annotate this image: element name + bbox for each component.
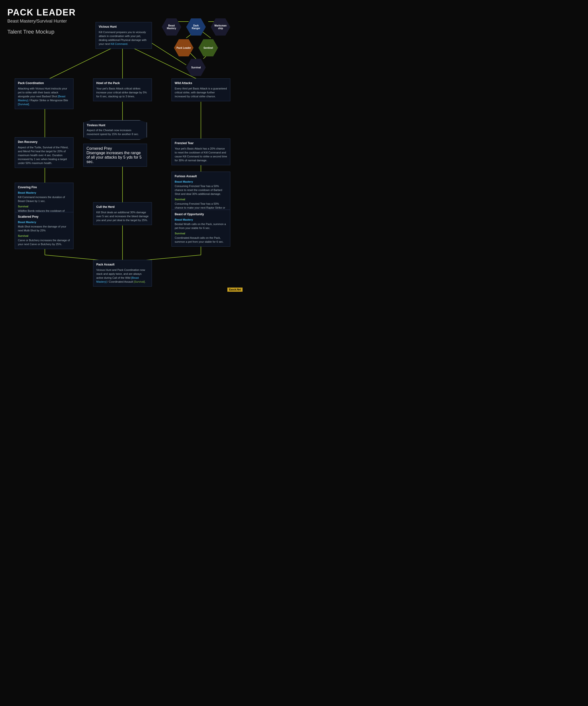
card-scattered-prey: Scattered Prey Beast Mastery Multi-Shot … xyxy=(15,212,74,249)
hex-marksmanship[interactable]: Marksmanship xyxy=(211,18,230,36)
card-frenzied-tear: Frenzied Tear Your pet's Basic Attack ha… xyxy=(171,139,230,165)
hex-beast-mastery[interactable]: BeastMastery xyxy=(162,18,181,36)
hex-survival[interactable]: Survival xyxy=(186,59,206,76)
card-den-recovery: Den Recovery Aspect of the Turtle, Survi… xyxy=(15,137,74,168)
card-cornered-prey: Cornered Prey Disengage increases the ra… xyxy=(83,144,147,167)
page-mockup-label: Talent Tree Mockup xyxy=(7,29,76,35)
card-vicious-hunt: Vicious Hunt Kill Command prepares you t… xyxy=(95,22,152,49)
page-subtitle: Beast Mastery/Survival Hunter xyxy=(7,18,76,24)
card-cull-the-herd: Cull the Herd Kill Shot deals an additio… xyxy=(93,202,152,225)
card-beast-of-opportunity: Beast of Opportunity Beast Mastery Besti… xyxy=(171,209,230,247)
hex-dark-ranger[interactable]: DarkRanger xyxy=(186,18,206,36)
watermark: Easck.Net xyxy=(227,287,243,292)
hex-sentinel[interactable]: Sentinel xyxy=(199,39,218,56)
octagon-container: Tireless Hunt Aspect of the Cheetah now … xyxy=(83,120,147,167)
hex-nav: BeastMastery DarkRanger Marksmanship Pac… xyxy=(147,13,240,68)
page-title: PACK LEADER xyxy=(7,7,76,17)
hex-pack-leader[interactable]: Pack Leader xyxy=(174,39,194,56)
header: PACK LEADER Beast Mastery/Survival Hunte… xyxy=(7,7,76,35)
card-wild-attacks: Wild Attacks Every third pet Basic Attac… xyxy=(171,78,230,101)
card-pack-assault: Pack Assault Vicious Hunt and Pack Coord… xyxy=(93,260,152,286)
card-pack-coordination: Pack Coordination Attacking with Vicious… xyxy=(15,78,74,109)
card-howl-of-the-pack: Howl of the Pack Your pet's Basic Attack… xyxy=(93,78,152,101)
card-tireless-hunt: Tireless Hunt Aspect of the Cheetah now … xyxy=(83,120,147,140)
